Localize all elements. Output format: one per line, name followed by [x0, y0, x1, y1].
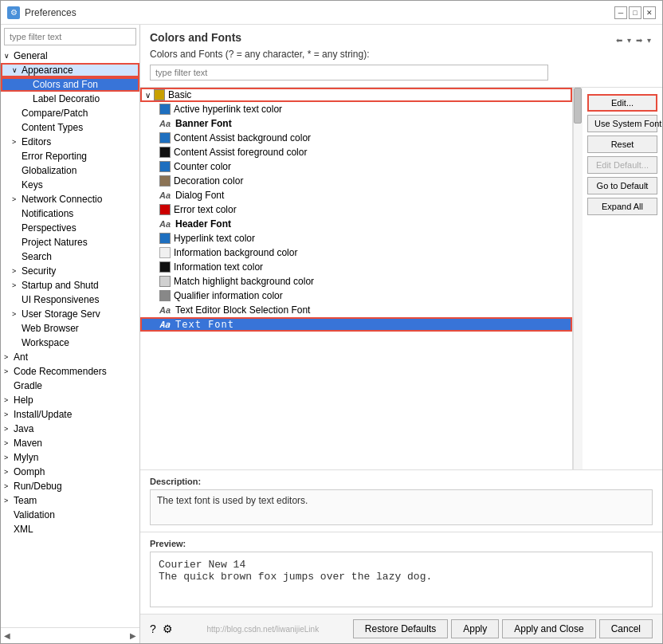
font-item-info-text[interactable]: Information text color [140, 260, 572, 274]
edit-default-button[interactable]: Edit Default... [587, 156, 657, 174]
sidebar-item-label: Error Reporting [22, 151, 87, 162]
font-item-header-font[interactable]: Aa Header Font [140, 217, 572, 231]
sidebar-item-code-recommenders[interactable]: > Code Recommenders [1, 364, 139, 379]
edit-button[interactable]: Edit... [587, 94, 657, 112]
minimize-button[interactable]: ─ [614, 6, 627, 19]
sidebar-item-editors[interactable]: > Editors [1, 135, 139, 149]
sidebar-bottom: ◀ ▶ [1, 627, 139, 643]
sidebar-item-ui[interactable]: UI Responsivenes [1, 293, 139, 307]
sidebar-item-network[interactable]: > Network Connectio [1, 192, 139, 206]
font-item-qualifier[interactable]: Qualifier information color [140, 289, 572, 303]
tree-scrollbar[interactable] [573, 88, 583, 469]
sidebar-item-java[interactable]: > Java [1, 422, 139, 436]
sidebar-item-gradle[interactable]: Gradle [1, 379, 139, 393]
font-item-info-bg[interactable]: Information background color [140, 245, 572, 260]
color-swatch-icon [159, 276, 171, 287]
font-tree: ∨ Basic Active hyperlink text color Aa B… [140, 88, 572, 469]
font-item-banner-font[interactable]: Aa Banner Font [140, 116, 572, 131]
font-item-hyperlink[interactable]: Hyperlink text color [140, 231, 572, 245]
sidebar-item-mylyn[interactable]: > Mylyn [1, 450, 139, 465]
color-swatch-icon [159, 104, 171, 115]
item-label: Banner Font [175, 118, 232, 129]
sidebar-item-maven[interactable]: > Maven [1, 436, 139, 450]
forward-button[interactable]: ➡ [634, 34, 644, 46]
sidebar-item-label: Install/Update [14, 409, 72, 420]
sidebar-item-appearance[interactable]: ∨ Appearance [1, 63, 139, 77]
item-label: Active hyperlink text color [174, 104, 282, 115]
sidebar-item-globalization[interactable]: Globalization [1, 163, 139, 178]
arrow-icon: > [12, 267, 20, 275]
sidebar-item-run-debug[interactable]: > Run/Debug [1, 479, 139, 493]
font-item-counter[interactable]: Counter color [140, 159, 572, 174]
sidebar-item-startup[interactable]: > Startup and Shutd [1, 278, 139, 293]
sidebar-item-general[interactable]: ∨ General [1, 49, 139, 63]
sidebar-item-colors-fonts[interactable]: Colors and Fon [1, 77, 139, 92]
sidebar-filter-input[interactable] [4, 28, 136, 45]
apply-and-close-button[interactable]: Apply and Close [502, 619, 595, 638]
arrow-icon [12, 109, 20, 117]
sidebar-item-label-deco[interactable]: Label Decoratio [1, 92, 139, 106]
sidebar-item-validation[interactable]: Validation [1, 508, 139, 522]
sidebar-item-label: User Storage Serv [22, 308, 100, 320]
font-item-decoration[interactable]: Decoration color [140, 174, 572, 188]
arrow-icon: > [12, 310, 20, 318]
font-item-error-text[interactable]: Error text color [140, 202, 572, 217]
preview-line2: The quick brown fox jumps over the lazy … [159, 571, 644, 583]
go-to-default-button[interactable]: Go to Default [587, 177, 657, 194]
font-item-active-hyperlink[interactable]: Active hyperlink text color [140, 102, 572, 116]
sidebar-item-notifications[interactable]: Notifications [1, 206, 139, 221]
basic-category[interactable]: ∨ Basic [140, 88, 572, 102]
back-button[interactable]: ⬅ [614, 34, 624, 46]
font-item-text-editor-block[interactable]: Aa Text Editor Block Selection Font [140, 303, 572, 317]
sidebar-item-label: Notifications [22, 208, 73, 219]
sidebar-item-help[interactable]: > Help [1, 393, 139, 407]
back-dropdown-button[interactable]: ▾ [626, 34, 633, 46]
sidebar-item-keys[interactable]: Keys [1, 178, 139, 192]
item-label: Counter color [174, 161, 231, 172]
category-label: Basic [168, 89, 191, 100]
font-aa-icon: Aa [159, 219, 172, 229]
sidebar-item-xml[interactable]: XML [1, 522, 139, 536]
panel-title: Colors and Fonts [150, 31, 241, 44]
expand-all-button[interactable]: Expand All [587, 198, 657, 215]
sidebar-item-content-types[interactable]: Content Types [1, 120, 139, 135]
sidebar-item-compare[interactable]: Compare/Patch [1, 106, 139, 120]
sidebar-item-perspectives[interactable]: Perspectives [1, 221, 139, 235]
scroll-right-arrow[interactable]: ▶ [130, 631, 136, 640]
arrow-icon [12, 224, 20, 232]
sidebar-item-ant[interactable]: > Ant [1, 350, 139, 364]
sidebar-item-web-browser[interactable]: Web Browser [1, 321, 139, 336]
settings-button[interactable]: ⚙ [163, 622, 173, 635]
sidebar-item-label: Gradle [14, 380, 42, 391]
sidebar-item-install-update[interactable]: > Install/Update [1, 407, 139, 422]
title-bar: ⚙ Preferences ─ □ ✕ [1, 1, 662, 25]
font-item-content-assist-bg[interactable]: Content Assist background color [140, 131, 572, 145]
sidebar-item-security[interactable]: > Security [1, 264, 139, 278]
sidebar-item-search[interactable]: Search [1, 249, 139, 264]
font-item-match-highlight[interactable]: Match highlight background color [140, 274, 572, 289]
item-label: Header Font [175, 218, 231, 230]
cancel-button[interactable]: Cancel [599, 619, 653, 638]
sidebar-item-label: Network Connectio [22, 194, 102, 205]
help-button[interactable]: ? [150, 622, 156, 635]
scroll-left-arrow[interactable]: ◀ [4, 631, 10, 640]
sidebar-item-oomph[interactable]: > Oomph [1, 465, 139, 479]
forward-dropdown-button[interactable]: ▾ [645, 34, 653, 46]
font-item-text-font[interactable]: Aa Text Font [140, 317, 572, 332]
close-button[interactable]: ✕ [643, 6, 656, 19]
sidebar-item-workspace[interactable]: Workspace [1, 336, 139, 350]
panel-filter-input[interactable] [150, 65, 548, 80]
apply-button[interactable]: Apply [451, 619, 499, 638]
sidebar-item-team[interactable]: > Team [1, 493, 139, 508]
sidebar-item-user-storage[interactable]: > User Storage Serv [1, 307, 139, 321]
color-swatch-icon [159, 132, 171, 143]
sidebar-item-label: Appearance [22, 65, 73, 76]
font-item-dialog-font[interactable]: Aa Dialog Font [140, 188, 572, 202]
sidebar-item-project-natures[interactable]: Project Natures [1, 235, 139, 249]
use-system-font-button[interactable]: Use System Font [587, 115, 657, 132]
restore-defaults-button[interactable]: Restore Defaults [353, 619, 448, 638]
reset-button[interactable]: Reset [587, 135, 657, 153]
maximize-button[interactable]: □ [629, 6, 641, 19]
sidebar-item-error-reporting[interactable]: Error Reporting [1, 149, 139, 163]
font-item-content-assist-fg[interactable]: Content Assist foreground color [140, 145, 572, 159]
